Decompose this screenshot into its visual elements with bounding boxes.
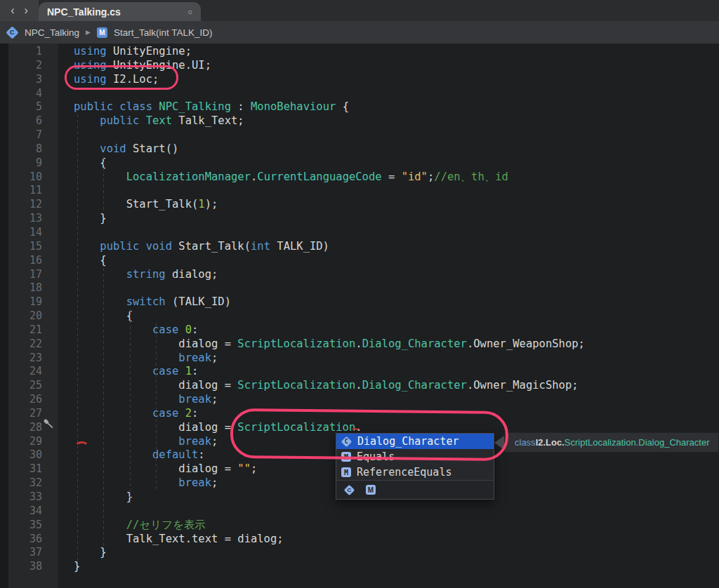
line-number: 8 <box>8 142 42 156</box>
line-number: 27 <box>8 407 42 421</box>
completion-item[interactable]: MReferenceEquals <box>336 465 494 480</box>
code-line[interactable]: public void Start_Talk(int TALK_ID) <box>74 240 719 254</box>
class-icon: C <box>6 26 18 39</box>
quick-fix-screwdriver-icon[interactable] <box>41 417 57 432</box>
code-line[interactable]: break; <box>74 352 719 366</box>
tooltip-type: ScriptLocalization.Dialog_Character <box>565 437 710 448</box>
line-number: 2 <box>8 59 42 73</box>
method-icon: M <box>341 467 351 477</box>
code-line[interactable]: } <box>74 560 719 574</box>
line-number: 19 <box>8 295 42 309</box>
code-line[interactable]: void Start() <box>74 142 719 156</box>
line-number: 7 <box>8 128 42 142</box>
tooltip-namespace: I2.Loc. <box>536 437 565 448</box>
line-number: 6 <box>8 114 42 128</box>
code-line[interactable]: { <box>74 309 719 323</box>
line-number: 4 <box>8 87 42 101</box>
code-line[interactable] <box>74 505 719 519</box>
line-number: 1 <box>8 45 42 59</box>
line-number: 38 <box>8 560 42 574</box>
tab-npc-talking[interactable]: NPC_Talking.cs ○ <box>39 2 201 21</box>
indent-guide <box>103 156 104 213</box>
line-number: 37 <box>8 546 42 560</box>
method-icon[interactable]: M <box>366 485 376 495</box>
code-line[interactable]: { <box>74 254 719 268</box>
modified-indicator-icon: ○ <box>187 8 192 16</box>
code-line[interactable]: } <box>74 212 719 226</box>
history-nav: ‹ › <box>0 0 39 21</box>
code-line[interactable]: LocalizationManager.CurrentLanguageCode … <box>74 171 719 185</box>
code-line[interactable]: string dialog; <box>74 268 719 282</box>
line-number: 17 <box>8 268 42 282</box>
line-number: 25 <box>8 379 42 393</box>
code-line[interactable]: switch (TALK_ID) <box>74 295 719 309</box>
line-number: 29 <box>8 435 42 449</box>
forward-icon[interactable]: › <box>25 5 28 16</box>
error-marker <box>74 441 89 453</box>
method-icon: M <box>97 27 107 38</box>
indent-guide <box>77 114 78 561</box>
line-number: 26 <box>8 393 42 407</box>
line-number: 24 <box>8 365 42 379</box>
code-line[interactable]: public class NPC_Talking : MonoBehaviour… <box>74 100 719 114</box>
line-number: 32 <box>8 476 42 490</box>
indent-guide <box>130 309 131 505</box>
line-number: 11 <box>8 184 42 198</box>
line-number: 14 <box>8 226 42 240</box>
tooltip-keyword: class <box>515 437 536 448</box>
line-number: 23 <box>8 352 42 366</box>
line-number: 3 <box>8 73 42 87</box>
tab-bar: ‹ › NPC_Talking.cs ○ <box>0 0 719 21</box>
chevron-right-icon: ▶ <box>86 29 91 36</box>
code-line[interactable] <box>74 226 719 240</box>
breadcrumb-class[interactable]: NPC_Talking <box>25 27 79 38</box>
back-icon[interactable]: ‹ <box>11 5 14 16</box>
class-icon[interactable]: C <box>344 484 355 495</box>
completion-label: ReferenceEquals <box>357 466 451 479</box>
breadcrumb: C NPC_Talking ▶ M Start_Talk(int TALK_ID… <box>0 21 719 44</box>
line-number: 13 <box>8 212 42 226</box>
line-number: 18 <box>8 281 42 295</box>
line-number: 36 <box>8 533 42 547</box>
editor-left-rail <box>0 44 8 588</box>
code-line[interactable]: dialog = ScriptLocalization.Dialog_Chara… <box>74 379 719 393</box>
line-number: 16 <box>8 254 42 268</box>
line-number: 31 <box>8 462 42 476</box>
completion-footer: CM <box>336 480 494 499</box>
code-line[interactable]: //セリフを表示 <box>74 519 719 533</box>
line-number: 20 <box>8 309 42 323</box>
code-lines: using UnityEngine;using UnityEngine.UI;u… <box>58 44 719 588</box>
annotation-circle-scriptlocalization <box>230 408 509 461</box>
line-number: 10 <box>8 171 42 185</box>
code-line[interactable]: dialog = ScriptLocalization.Dialog_Chara… <box>74 338 719 352</box>
code-line[interactable] <box>74 128 719 142</box>
completion-detail-tooltip: class I2.Loc. ScriptLocalization.Dialog_… <box>504 432 719 453</box>
indent-guide <box>156 323 157 490</box>
indent-guide <box>103 268 104 547</box>
code-line[interactable]: break; <box>74 393 719 407</box>
line-number: 35 <box>8 519 42 533</box>
code-line[interactable]: case 0: <box>74 323 719 338</box>
line-number: 15 <box>8 240 42 254</box>
code-line[interactable]: Talk_Text.text = dialog; <box>74 533 719 547</box>
code-line[interactable]: case 1: <box>74 365 719 379</box>
annotation-circle-using <box>65 65 178 90</box>
line-number: 34 <box>8 505 42 519</box>
editor: 1234567891011121314151617181920212223242… <box>0 44 719 588</box>
breadcrumb-method[interactable]: Start_Talk(int TALK_ID) <box>114 27 213 38</box>
code-line[interactable]: using UnityEngine; <box>74 45 719 59</box>
code-line[interactable]: { <box>74 156 719 171</box>
code-line[interactable]: Start_Talk(1); <box>74 198 719 212</box>
line-number: 30 <box>8 448 42 462</box>
line-number: 33 <box>8 490 42 505</box>
gutter[interactable]: 1234567891011121314151617181920212223242… <box>8 44 58 588</box>
code-line[interactable] <box>74 184 719 198</box>
line-number: 12 <box>8 198 42 212</box>
tab-title: NPC_Talking.cs <box>47 6 187 18</box>
line-number: 5 <box>8 100 42 114</box>
code-line[interactable]: public Text Talk_Text; <box>74 114 719 128</box>
line-number: 22 <box>8 338 42 352</box>
code-line[interactable]: } <box>74 546 719 560</box>
line-number: 28 <box>8 421 42 435</box>
code-line[interactable] <box>74 281 719 295</box>
